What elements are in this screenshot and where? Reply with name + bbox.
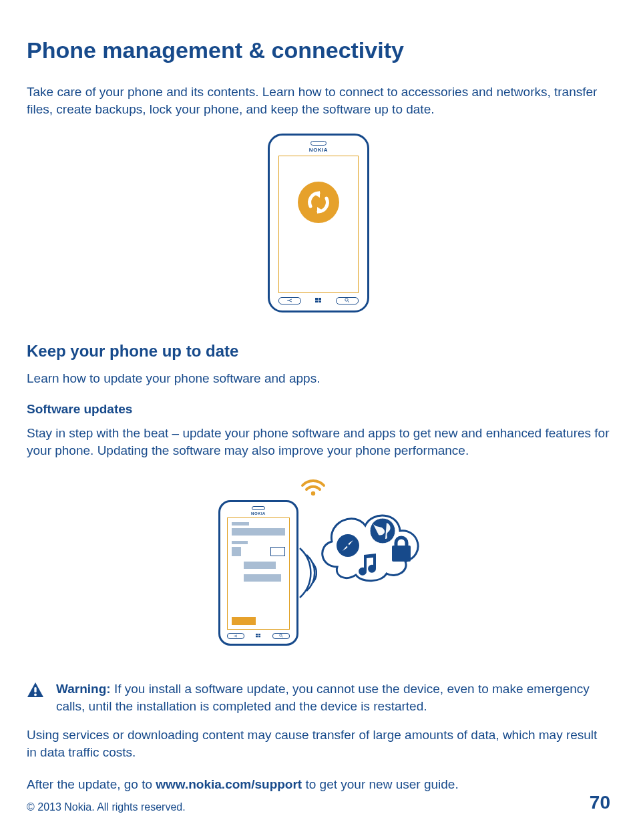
svg-point-13 <box>347 544 349 547</box>
section-text-software-updates: Stay in step with the beat – update your… <box>27 425 610 459</box>
windows-button-icon <box>250 634 267 638</box>
page-footer: © 2013 Nokia. All rights reserved. 70 <box>27 792 610 813</box>
phone-screen-small <box>227 517 290 630</box>
warning-text: Warning: If you install a software updat… <box>56 680 610 714</box>
svg-rect-15 <box>256 634 258 635</box>
data-traffic-paragraph: Using services or downloading content ma… <box>27 726 610 761</box>
page-number: 70 <box>590 792 610 813</box>
section-text-keep-up-to-date: Learn how to update your phone software … <box>27 370 610 387</box>
windows-button-icon <box>307 298 330 303</box>
page-title: Phone management & connectivity <box>27 37 610 63</box>
illustration-phone-cloud: NOKIA <box>27 473 610 660</box>
cloud-icon <box>312 493 425 587</box>
support-link[interactable]: www.nokia.com/support <box>156 777 302 791</box>
svg-point-19 <box>280 634 282 636</box>
warning-block: Warning: If you install a software updat… <box>27 680 610 714</box>
intro-paragraph: Take care of your phone and its contents… <box>27 83 610 118</box>
svg-line-20 <box>282 636 283 638</box>
search-button-icon <box>336 297 359 304</box>
svg-rect-17 <box>256 636 258 637</box>
phone-outline-small-icon: NOKIA <box>218 500 298 646</box>
svg-rect-4 <box>315 300 318 302</box>
after-update-paragraph: After the update, go to www.nokia.com/su… <box>27 776 610 793</box>
phone-nav-bar <box>227 632 290 640</box>
svg-rect-22 <box>34 687 36 692</box>
warning-label: Warning: <box>56 682 111 696</box>
phone-nav-bar <box>278 296 359 305</box>
svg-rect-16 <box>258 634 260 635</box>
earpiece-icon <box>252 506 265 510</box>
copyright-text: © 2013 Nokia. All rights reserved. <box>27 801 186 813</box>
svg-point-6 <box>345 298 348 301</box>
warning-body: If you install a software update, you ca… <box>56 682 590 713</box>
after-update-pre: After the update, go to <box>27 777 156 791</box>
wifi-icon <box>298 473 328 496</box>
after-update-post: to get your new user guide. <box>302 777 458 791</box>
svg-point-23 <box>34 694 37 696</box>
svg-rect-2 <box>315 298 318 300</box>
svg-rect-18 <box>258 636 260 637</box>
illustration-phone-sync: NOKIA <box>27 134 610 312</box>
sync-icon <box>298 182 339 223</box>
phone-outline-icon: NOKIA <box>268 134 369 312</box>
back-button-icon <box>227 633 244 639</box>
back-button-icon <box>278 297 301 304</box>
svg-rect-3 <box>318 298 321 300</box>
phone-brand-label: NOKIA <box>309 147 328 153</box>
svg-rect-14 <box>392 546 411 562</box>
signal-waves-icon <box>297 543 317 603</box>
svg-rect-5 <box>318 300 321 302</box>
phone-screen <box>278 156 359 293</box>
phone-brand-label: NOKIA <box>251 511 266 515</box>
search-button-icon <box>272 633 290 639</box>
svg-line-7 <box>348 301 349 302</box>
section-heading-software-updates: Software updates <box>27 402 610 417</box>
warning-icon <box>27 682 44 698</box>
earpiece-icon <box>310 141 327 146</box>
section-heading-keep-up-to-date: Keep your phone up to date <box>27 342 610 361</box>
